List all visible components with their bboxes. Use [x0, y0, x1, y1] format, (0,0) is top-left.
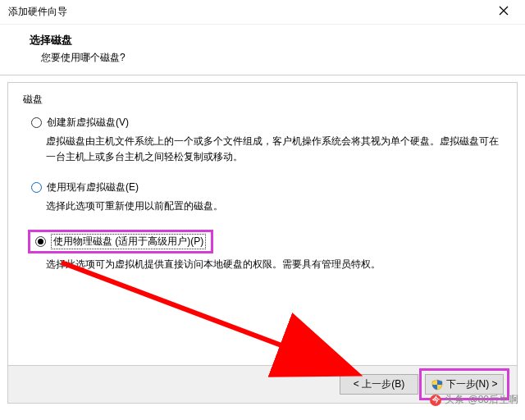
wizard-header: 选择磁盘 您要使用哪个磁盘? [0, 25, 525, 75]
option-label: 创建新虚拟磁盘(V) [47, 116, 129, 130]
wizard-buttons: < 上一步(B) 下一步(N) > [8, 365, 517, 403]
close-button[interactable] [487, 1, 520, 24]
radio-use-existing-disk[interactable]: 使用现有虚拟磁盘(E) [28, 180, 502, 195]
highlight-box: 使用物理磁盘 (适用于高级用户)(P) [28, 230, 213, 253]
window-title: 添加硬件向导 [8, 5, 67, 19]
option-description: 选择此选项可重新使用以前配置的磁盘。 [28, 195, 502, 214]
radio-icon [31, 182, 42, 193]
section-label: 磁盘 [23, 93, 502, 107]
option-create-new-disk: 创建新虚拟磁盘(V) 虚拟磁盘由主机文件系统上的一个或多个文件组成，客户机操作系… [28, 115, 502, 165]
close-icon [499, 6, 509, 18]
back-button-label: < 上一步(B) [354, 377, 404, 391]
option-label: 使用现有虚拟磁盘(E) [47, 180, 139, 194]
header-subtitle: 您要使用哪个磁盘? [30, 51, 510, 65]
header-title: 选择磁盘 [30, 33, 510, 48]
next-button[interactable]: 下一步(N) > [425, 374, 504, 395]
disk-options: 创建新虚拟磁盘(V) 虚拟磁盘由主机文件系统上的一个或多个文件组成，客户机操作系… [23, 115, 502, 272]
option-use-physical-disk: 使用物理磁盘 (适用于高级用户)(P) 选择此选项可为虚拟机提供直接访问本地硬盘… [28, 230, 502, 272]
radio-icon [35, 236, 46, 247]
uac-shield-icon [431, 379, 443, 390]
radio-use-physical-disk[interactable]: 使用物理磁盘 (适用于高级用户)(P) [51, 234, 206, 249]
option-use-existing-disk: 使用现有虚拟磁盘(E) 选择此选项可重新使用以前配置的磁盘。 [28, 180, 502, 214]
title-bar: 添加硬件向导 [0, 0, 525, 25]
radio-create-new-disk[interactable]: 创建新虚拟磁盘(V) [28, 115, 502, 130]
next-button-label: 下一步(N) > [446, 377, 498, 391]
radio-icon [31, 117, 42, 128]
option-description: 选择此选项可为虚拟机提供直接访问本地硬盘的权限。需要具有管理员特权。 [28, 253, 502, 272]
back-button[interactable]: < 上一步(B) [340, 374, 418, 395]
content-frame: 磁盘 创建新虚拟磁盘(V) 虚拟磁盘由主机文件系统上的一个或多个文件组成，客户机… [7, 82, 518, 404]
option-description: 虚拟磁盘由主机文件系统上的一个或多个文件组成，客户机操作系统会将其视为单个硬盘。… [28, 130, 502, 165]
content-area: 磁盘 创建新虚拟磁盘(V) 虚拟磁盘由主机文件系统上的一个或多个文件组成，客户机… [8, 83, 517, 365]
